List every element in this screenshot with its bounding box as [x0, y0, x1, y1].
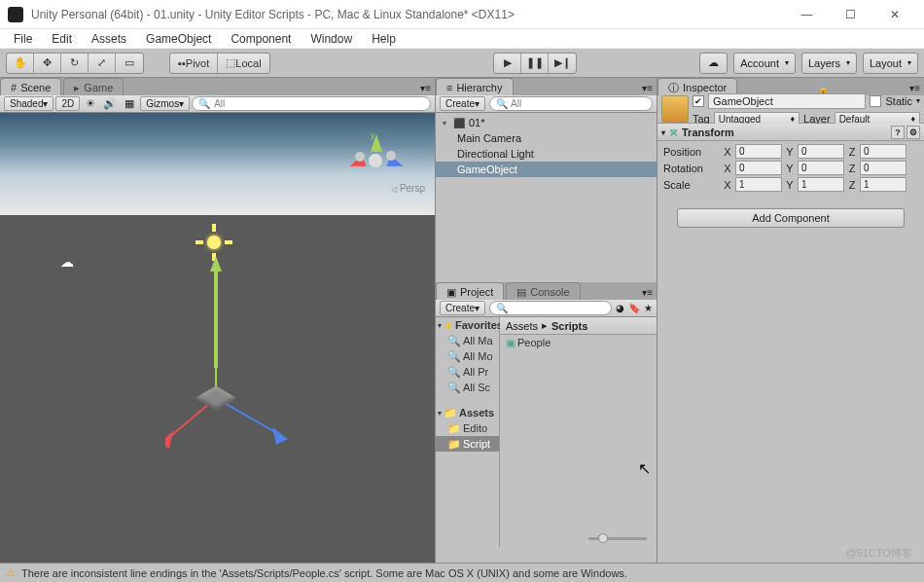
scene-viewport[interactable]: ◁ Persp y ☁: [0, 113, 435, 563]
gizmos-dropdown[interactable]: Gizmos ▾: [140, 96, 190, 111]
2d-toggle[interactable]: 2D: [55, 96, 80, 111]
inspector-panel: ⓘ Inspector 🔓 ▾≡ ✔ GameObject Static ▾: [657, 78, 924, 563]
transform-icon: ⤧: [669, 127, 678, 139]
sun-gizmo: [199, 228, 229, 257]
scale-y[interactable]: 1: [798, 177, 844, 192]
hierarchy-item-gameobject[interactable]: GameObject: [436, 162, 657, 177]
layout-dropdown[interactable]: Layout▾: [863, 53, 918, 74]
tab-game[interactable]: ▸Game: [63, 78, 124, 95]
hierarchy-panel: ≡ Hierarchy ▾≡ Create ▾ 🔍All ▾⬛01* Main …: [436, 78, 657, 282]
position-y[interactable]: 0: [798, 144, 844, 159]
cloud-icon: ☁: [60, 254, 74, 270]
project-content[interactable]: Assets ▸ Scripts ▣ People: [500, 317, 657, 547]
scene-tabs: #Scene ▸Game ▾≡: [0, 78, 435, 95]
window-title: Unity Personal (64bit) - 01.unity - Unit…: [31, 8, 515, 21]
transform-gizmo[interactable]: [165, 342, 340, 470]
tab-scene[interactable]: #Scene: [0, 78, 61, 95]
save-filter-icon[interactable]: ★: [644, 303, 653, 313]
mid-column: ≡ Hierarchy ▾≡ Create ▾ 🔍All ▾⬛01* Main …: [436, 78, 657, 563]
move-tool-button[interactable]: ✥: [34, 54, 61, 73]
audio-icon[interactable]: 🔊: [101, 96, 119, 111]
transform-tools: ✋ ✥ ↻ ⤢ ▭: [6, 53, 144, 74]
tab-hierarchy[interactable]: ≡ Hierarchy: [436, 78, 514, 95]
hand-tool-button[interactable]: ✋: [7, 54, 34, 73]
rect-tool-button[interactable]: ▭: [116, 54, 143, 73]
warning-icon: ⚠: [6, 566, 16, 579]
menu-file[interactable]: File: [6, 30, 40, 48]
csharp-script-icon: ▣: [506, 337, 515, 349]
breadcrumb-scripts[interactable]: Scripts: [551, 320, 587, 332]
rotation-z[interactable]: 0: [860, 161, 906, 175]
menu-assets[interactable]: Assets: [84, 30, 134, 48]
scale-z[interactable]: 1: [860, 177, 906, 192]
project-tree[interactable]: ▾★Favorites 🔍All Ma 🔍All Mo 🔍All Pr 🔍All…: [436, 317, 500, 547]
lighting-icon[interactable]: ☀: [82, 96, 99, 111]
settings-icon[interactable]: ⚙: [906, 126, 920, 139]
menu-edit[interactable]: Edit: [44, 30, 80, 48]
menu-window[interactable]: Window: [302, 30, 360, 48]
help-icon[interactable]: ?: [891, 126, 905, 139]
rotation-y[interactable]: 0: [798, 161, 844, 175]
svg-marker-2: [165, 431, 173, 449]
maximize-button[interactable]: ☐: [829, 1, 872, 28]
hierarchy-item-camera[interactable]: Main Camera: [436, 130, 657, 146]
pivot-button[interactable]: ▪▪ Pivot: [170, 54, 218, 73]
watermark: @51CTO博客: [846, 546, 912, 561]
scale-x[interactable]: 1: [735, 177, 782, 192]
orientation-gizmo[interactable]: y: [347, 132, 406, 191]
active-checkbox[interactable]: ✔: [693, 95, 704, 107]
filter-icon[interactable]: ◕: [616, 303, 624, 313]
local-button[interactable]: ⬚ Local: [218, 54, 268, 73]
gameobject-name-field[interactable]: GameObject: [708, 93, 866, 109]
tab-project[interactable]: ▣ Project: [436, 282, 504, 300]
icon-size-slider[interactable]: [588, 533, 647, 543]
position-x[interactable]: 0: [735, 144, 782, 159]
account-dropdown[interactable]: Account▾: [733, 53, 796, 74]
rotate-tool-button[interactable]: ↻: [61, 54, 89, 73]
pause-button[interactable]: ❚❚: [521, 54, 549, 73]
position-z[interactable]: 0: [860, 144, 906, 159]
static-checkbox[interactable]: [870, 95, 881, 107]
step-button[interactable]: ▶❙: [549, 54, 576, 73]
render-mode-dropdown[interactable]: Shaded ▾: [4, 96, 53, 111]
scene-search[interactable]: 🔍All: [192, 96, 431, 111]
hierarchy-search[interactable]: 🔍All: [489, 96, 653, 111]
transform-component: ▾ ⤧ Transform ? ⚙ PositionX0Y0Z0 Rotatio…: [657, 124, 924, 195]
hierarchy-create-dropdown[interactable]: Create ▾: [440, 96, 485, 111]
hierarchy-scene-root[interactable]: ▾⬛01*: [436, 115, 657, 130]
add-component-button[interactable]: Add Component: [677, 208, 905, 228]
static-dropdown-icon[interactable]: ▾: [916, 96, 920, 105]
project-breadcrumb: Assets ▸ Scripts: [500, 317, 657, 335]
project-panel-menu-icon[interactable]: ▾≡: [638, 285, 657, 300]
hierarchy-panel-menu-icon[interactable]: ▾≡: [638, 81, 657, 95]
tab-console[interactable]: ▤ Console: [506, 282, 580, 300]
static-label: Static: [885, 95, 912, 107]
gameobject-icon[interactable]: [661, 95, 689, 123]
scene-pane: #Scene ▸Game ▾≡ Shaded ▾ 2D ☀ 🔊 ▦ Gizmos…: [0, 78, 436, 563]
rotation-x[interactable]: 0: [735, 161, 782, 175]
folder-icon: 📁: [444, 407, 457, 419]
play-button[interactable]: ▶: [494, 54, 521, 73]
menu-component[interactable]: Component: [223, 30, 299, 48]
hierarchy-item-light[interactable]: Directional Light: [436, 146, 657, 162]
label-filter-icon[interactable]: 🔖: [628, 303, 640, 313]
project-create-dropdown[interactable]: Create ▾: [440, 301, 485, 315]
play-controls: ▶ ❚❚ ▶❙: [493, 53, 577, 74]
cloud-button[interactable]: ☁: [699, 53, 728, 74]
titlebar: Unity Personal (64bit) - 01.unity - Unit…: [0, 0, 924, 29]
close-button[interactable]: ✕: [872, 1, 916, 28]
panel-menu-icon[interactable]: ▾≡: [416, 81, 435, 95]
unity-logo-icon: [8, 7, 23, 22]
menu-help[interactable]: Help: [364, 30, 404, 48]
svg-marker-4: [272, 427, 288, 445]
layers-dropdown[interactable]: Layers▾: [801, 53, 857, 74]
project-search[interactable]: 🔍: [489, 301, 612, 315]
fx-icon[interactable]: ▦: [121, 96, 138, 111]
component-fold-icon[interactable]: ▾: [661, 128, 665, 137]
folder-icon: 📁: [447, 422, 461, 435]
asset-people[interactable]: ▣ People: [500, 335, 657, 350]
scale-tool-button[interactable]: ⤢: [89, 54, 116, 73]
breadcrumb-assets[interactable]: Assets: [506, 320, 538, 332]
menu-gameobject[interactable]: GameObject: [138, 30, 219, 48]
minimize-button[interactable]: —: [785, 1, 829, 28]
